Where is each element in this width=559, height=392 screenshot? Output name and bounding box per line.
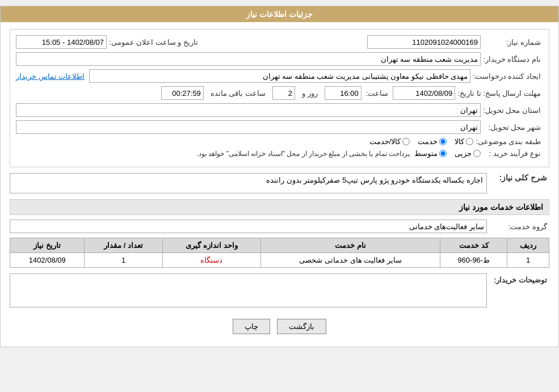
header-title: جزئیات اطلاعات نیاز	[246, 10, 313, 19]
cell-quantity-1: 1	[85, 253, 162, 268]
org-name-label: نام دستگاه خریدار:	[481, 55, 543, 64]
city-input[interactable]	[16, 120, 481, 134]
row-service-group: گروه خدمت:	[10, 220, 549, 233]
col-name: نام خدمت	[261, 238, 440, 253]
col-code: کد خدمت	[440, 238, 507, 253]
print-button[interactable]: چاپ	[233, 319, 270, 334]
deadline-date-input[interactable]	[393, 86, 455, 100]
cell-unit-1: دستگاه	[162, 253, 260, 268]
order-number-label: شماره نیاز:	[481, 38, 543, 47]
col-unit: واحد اندازه گیری	[162, 238, 260, 253]
category-radio-group: کالا خدمت کالا/خدمت	[369, 137, 474, 146]
row-province: استان محل تحویل:	[16, 103, 543, 117]
type-motavaset[interactable]: متوسط	[414, 149, 447, 158]
announcement-date-label: تاریخ و ساعت اعلان عمومی:	[107, 38, 200, 47]
table-header-row: ردیف کد خدمت نام خدمت واحد اندازه گیری ت…	[10, 238, 549, 253]
row-description: شرح کلی نیاز: اجاره یکساله یکدستگاه خودر…	[10, 173, 549, 193]
cell-row-1: 1	[507, 253, 549, 268]
description-value: اجاره یکساله یکدستگاه خودرو پژو پارس تیپ…	[10, 173, 487, 193]
row-buyer-notes: توضیحات خریدار:	[10, 273, 549, 307]
province-input[interactable]	[16, 103, 481, 117]
order-number-input[interactable]	[367, 35, 481, 49]
service-group-input[interactable]	[10, 220, 487, 233]
deadline-label: مهلت ارسال پاسخ: تا تاریخ:	[455, 89, 543, 98]
services-table: ردیف کد خدمت نام خدمت واحد اندازه گیری ت…	[10, 238, 549, 268]
deadline-days-label: روز و	[300, 89, 320, 98]
purchase-type-radio-group: جزیی متوسط	[414, 149, 481, 158]
page-header: جزئیات اطلاعات نیاز	[1, 6, 558, 22]
col-quantity: تعداد / مقدار	[85, 238, 162, 253]
deadline-time-input[interactable]	[325, 86, 362, 100]
row-deadline: مهلت ارسال پاسخ: تا تاریخ: ساعت: روز و س…	[16, 86, 543, 100]
buyer-notes-textarea[interactable]	[10, 273, 487, 307]
row-category: طبقه بندی موضوعی: کالا خدمت کالا/خدمت	[16, 137, 543, 146]
category-khedmat-radio[interactable]	[439, 138, 447, 145]
services-section-header: اطلاعات خدمات مورد نیاز	[10, 199, 549, 215]
creator-link[interactable]: اطلاعات تماس خریدار	[16, 72, 85, 81]
category-khedmat-label: خدمت	[418, 137, 438, 146]
row-purchase-type: نوع فرآیند خرید : جزیی متوسط پرداخت تمام…	[16, 149, 543, 158]
deadline-time-label: ساعت:	[364, 89, 391, 98]
creator-label: ایجاد کننده درخواست:	[470, 72, 543, 81]
category-both-label: کالا/خدمت	[369, 137, 401, 146]
cell-date-1: 1402/08/09	[10, 253, 85, 268]
table-row: 1 ط-96-960 سایر فعالیت های خدماتی شخصی د…	[10, 253, 549, 268]
type-jozi[interactable]: جزیی	[455, 149, 481, 158]
col-row: ردیف	[507, 238, 549, 253]
purchase-type-note: پرداخت تمام یا بخشی از مبلغ خریدار از مح…	[16, 150, 410, 158]
row-order-number: شماره نیاز: تاریخ و ساعت اعلان عمومی:	[16, 35, 543, 49]
creator-input[interactable]	[89, 69, 470, 83]
category-kala-label: کالا	[455, 137, 464, 146]
type-jozi-radio[interactable]	[473, 150, 481, 157]
remaining-time-input[interactable]	[161, 86, 204, 100]
announcement-date-input[interactable]	[16, 35, 107, 49]
category-kala-radio[interactable]	[466, 138, 473, 145]
page-wrapper: جزئیات اطلاعات نیاز شماره نیاز: تاریخ و …	[0, 6, 559, 347]
category-kala[interactable]: کالا	[455, 137, 473, 146]
purchase-type-label: نوع فرآیند خرید :	[481, 149, 543, 158]
remaining-label: ساعت باقی مانده	[208, 89, 268, 98]
type-motavaset-label: متوسط	[414, 149, 438, 158]
category-both[interactable]: کالا/خدمت	[369, 137, 410, 146]
category-khedmat[interactable]: خدمت	[418, 137, 447, 146]
org-name-input[interactable]	[16, 52, 481, 66]
row-org-name: نام دستگاه خریدار:	[16, 52, 543, 66]
col-date: تاریخ نیاز	[10, 238, 85, 253]
province-label: استان محل تحویل:	[481, 106, 543, 115]
services-table-container: ردیف کد خدمت نام خدمت واحد اندازه گیری ت…	[10, 238, 549, 268]
button-row: بازگشت چاپ	[10, 313, 549, 340]
row-creator: ایجاد کننده درخواست: اطلاعات تماس خریدار	[16, 69, 543, 83]
back-button[interactable]: بازگشت	[277, 319, 326, 334]
type-motavaset-radio[interactable]	[439, 150, 447, 157]
deadline-days-input[interactable]	[272, 86, 295, 100]
top-form-section: شماره نیاز: تاریخ و ساعت اعلان عمومی: نا…	[10, 29, 549, 167]
row-city: شهر محل تحویل:	[16, 120, 543, 134]
category-both-radio[interactable]	[402, 138, 410, 145]
buyer-notes-label: توضیحات خریدار:	[487, 273, 549, 284]
category-label: طبقه بندی موضوعی:	[473, 137, 543, 146]
type-jozi-label: جزیی	[455, 149, 472, 158]
service-group-label: گروه خدمت:	[487, 222, 549, 231]
main-content: شماره نیاز: تاریخ و ساعت اعلان عمومی: نا…	[1, 22, 558, 347]
cell-code-1: ط-96-960	[440, 253, 507, 268]
cell-name-1: سایر فعالیت های خدماتی شخصی	[261, 253, 440, 268]
city-label: شهر محل تحویل:	[481, 123, 543, 132]
description-label: شرح کلی نیاز:	[487, 173, 549, 182]
